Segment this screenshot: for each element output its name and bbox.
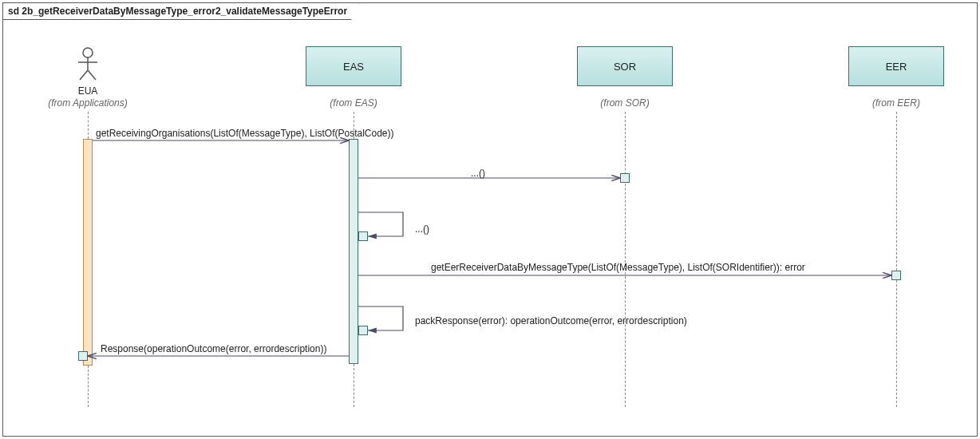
activation-eua-ret [78,351,88,361]
svg-line-4 [88,70,96,80]
diagram-frame: sd 2b_getReceiverDataByMessageType_error… [2,2,978,437]
message-6-label: Response(operationOutcome(error, errorde… [101,343,326,354]
message-1-label: getReceivingOrganisations(ListOf(Message… [96,128,394,139]
participant-eua-from: (from Applications) [24,97,152,109]
activation-eas [349,139,358,364]
lifeline-eua [88,112,89,139]
activation-eua [83,139,93,366]
message-5-label: packResponse(error): operationOutcome(er… [415,315,687,326]
activation-eas-self2 [358,326,368,335]
message-4-label: getEerReceiverDataByMessageType(ListOf(M… [431,262,805,273]
svg-line-3 [80,70,88,80]
participant-eas: EAS [306,46,401,86]
activation-eas-self1 [358,231,368,241]
sequence-diagram: sd 2b_getReceiverDataByMessageType_error… [0,0,980,439]
participant-eer-name: EER [886,61,907,73]
lifeline-eua-tail [88,366,89,407]
activation-eer-small [891,271,901,280]
participant-eua: EUA [56,46,120,97]
participant-eer: EER [848,46,944,86]
svg-point-0 [83,48,93,57]
participant-sor-name: SOR [614,61,636,73]
lifeline-eas-tail [354,364,354,407]
participant-eer-from: (from EER) [832,97,960,109]
frame-prefix: sd [8,6,19,17]
frame-title-tab: sd 2b_getReceiverDataByMessageType_error… [2,2,359,20]
frame-title: 2b_getReceiverDataByMessageType_error2_v… [22,6,347,17]
actor-icon [56,46,120,81]
message-2-label: ...() [471,168,485,179]
lifeline-eer [896,112,897,407]
activation-sor-small [620,173,630,183]
lifeline-sor [625,112,626,407]
message-3-label: ...() [415,223,429,235]
participant-sor-from: (from SOR) [561,97,689,109]
participant-eua-name: EUA [56,85,120,97]
participant-eas-from: (from EAS) [290,97,417,109]
participant-sor: SOR [577,46,673,86]
participant-eas-name: EAS [343,61,364,73]
